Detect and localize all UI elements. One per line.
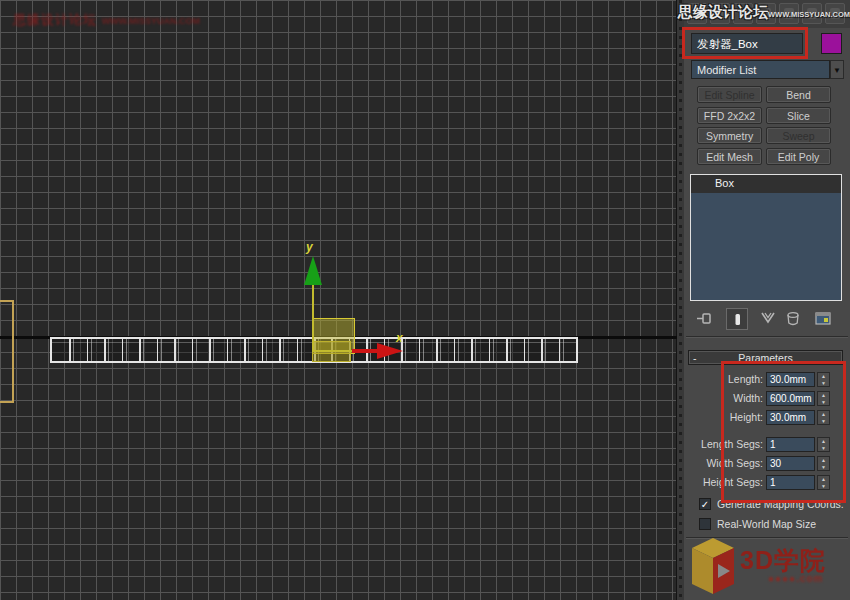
modifier-button-slice[interactable]: Slice	[766, 107, 831, 124]
height-label: Height:	[684, 411, 763, 423]
width-segs-spinner[interactable]: ▲▼	[817, 456, 830, 471]
length-segs-input[interactable]: 1	[766, 437, 815, 452]
toolbar-button[interactable]	[733, 3, 753, 24]
length-input[interactable]: 30.0mm	[766, 372, 815, 387]
emitter-segment-line	[122, 339, 124, 361]
emitter-segment-line	[87, 339, 89, 361]
emitter-segment-line	[506, 339, 508, 361]
real-world-map-checkbox[interactable]	[699, 518, 711, 530]
cube-logo-icon	[686, 534, 740, 596]
emitter-segment-line	[227, 339, 229, 361]
emitter-segment-depth-line	[248, 339, 249, 361]
emitter-segment-line	[192, 339, 194, 361]
command-panel: 思缘设计论坛WWW.MISSYUAN.COM 发射器_Box Modifier …	[684, 0, 850, 600]
emitter-segment-line	[297, 339, 299, 361]
generate-mapping-row: ✓ Generate Mapping Coords.	[699, 498, 849, 512]
logo-subtext: ●●●●.com	[768, 573, 824, 584]
modifier-button-bend[interactable]: Bend	[766, 86, 831, 103]
emitter-segment-line	[279, 339, 281, 361]
toolbar-button[interactable]	[802, 3, 822, 24]
emitter-segment-depth-line	[475, 339, 476, 361]
object-color-swatch[interactable]	[821, 33, 842, 54]
emitter-segment-line	[419, 339, 421, 361]
modifier-button-symmetry[interactable]: Symmetry	[697, 127, 762, 144]
modifier-button-sweep[interactable]: Sweep	[766, 127, 831, 144]
emitter-segment-depth-line	[563, 339, 564, 361]
emitter-segment-line	[209, 339, 211, 361]
height-row: Height: 30.0mm ▲▼	[684, 410, 850, 426]
width-segs-input[interactable]: 30	[766, 456, 815, 471]
length-spinner[interactable]: ▲▼	[817, 372, 830, 387]
stack-toolbar	[684, 306, 850, 332]
perspective-viewport[interactable]: 思缘设计论坛 WWW.MISSYUAN.COM y x	[0, 0, 677, 600]
emitter-segment-line	[244, 339, 246, 361]
width-input[interactable]: 600.0mm	[766, 391, 815, 406]
emitter-segment-depth-line	[440, 339, 441, 361]
show-end-result-icon[interactable]	[726, 308, 748, 330]
watermark-top-left: 思缘设计论坛 WWW.MISSYUAN.COM	[13, 11, 200, 29]
panel-separator	[686, 336, 848, 337]
height-segs-spinner[interactable]: ▲▼	[817, 475, 830, 490]
length-segs-spinner[interactable]: ▲▼	[817, 437, 830, 452]
emitter-segment-depth-line	[73, 339, 74, 361]
height-input[interactable]: 30.0mm	[766, 410, 815, 425]
emitter-segment-line	[489, 339, 491, 361]
gizmo-y-axis-line	[312, 283, 314, 352]
yellow-wireframe-object[interactable]	[0, 300, 14, 403]
pin-stack-icon[interactable]	[694, 308, 716, 330]
toolbar-button[interactable]	[710, 3, 730, 24]
configure-modifier-sets-icon[interactable]	[812, 308, 834, 330]
modifier-stack-list[interactable]: Box	[690, 174, 842, 301]
width-spinner[interactable]: ▲▼	[817, 391, 830, 406]
length-label: Length:	[684, 373, 763, 385]
emitter-segment-line	[471, 339, 473, 361]
emitter-segment-depth-line	[143, 339, 144, 361]
emitter-segment-depth-line	[283, 339, 284, 361]
object-name-field[interactable]: 发射器_Box	[691, 33, 803, 54]
modifier-button-edit-poly[interactable]: Edit Poly	[766, 148, 831, 165]
emitter-segment-depth-line	[301, 339, 302, 361]
stack-item-box[interactable]: Box	[691, 175, 841, 193]
height-segs-row: Height Segs: 1 ▲▼	[684, 475, 850, 491]
emitter-segment-depth-line	[126, 339, 127, 361]
length-segs-row: Length Segs: 1 ▲▼	[684, 437, 850, 453]
emitter-segment-depth-line	[545, 339, 546, 361]
panel-splitter[interactable]	[677, 0, 684, 600]
modifier-list-dropdown[interactable]: Modifier List	[691, 60, 830, 79]
real-world-map-row: Real-World Map Size	[699, 518, 849, 532]
modifier-button-edit-spline[interactable]: Edit Spline	[697, 86, 762, 103]
modifier-button-edit-mesh[interactable]: Edit Mesh	[697, 148, 762, 165]
rollout-collapse-icon[interactable]: -	[693, 351, 697, 365]
gizmo-y-axis-arrow[interactable]	[304, 256, 322, 285]
gizmo-x-axis-arrow[interactable]	[377, 343, 403, 359]
remove-modifier-icon[interactable]	[782, 308, 804, 330]
toolbar-button[interactable]	[779, 3, 799, 24]
emitter-segment-depth-line	[405, 339, 406, 361]
emitter-segment-line	[436, 339, 438, 361]
parameters-rollout-header[interactable]: - Parameters	[688, 350, 843, 365]
toolbar-button[interactable]	[687, 3, 707, 24]
height-segs-label: Height Segs:	[684, 476, 763, 488]
generate-mapping-checkbox[interactable]: ✓	[699, 498, 711, 510]
emitter-segment-depth-line	[266, 339, 267, 361]
emitter-segment-depth-line	[493, 339, 494, 361]
width-label: Width:	[684, 392, 763, 404]
modifier-button-ffd2x2x2[interactable]: FFD 2x2x2	[697, 107, 762, 124]
emitter-segment-depth-line	[108, 339, 109, 361]
panel-toolbar: 思缘设计论坛WWW.MISSYUAN.COM	[684, 0, 850, 28]
emitter-segment-depth-line	[423, 339, 424, 361]
height-spinner[interactable]: ▲▼	[817, 410, 830, 425]
length-segs-label: Length Segs:	[684, 438, 763, 450]
toolbar-button[interactable]	[756, 3, 776, 24]
emitter-segment-line	[262, 339, 264, 361]
chevron-down-icon[interactable]: ▼	[830, 60, 844, 79]
emitter-segment-line	[104, 339, 106, 361]
toolbar-button[interactable]	[825, 3, 845, 24]
x-axis-label: x	[396, 331, 403, 345]
make-unique-icon[interactable]	[757, 308, 779, 330]
panel-separator	[686, 537, 848, 538]
emitter-segment-depth-line	[231, 339, 232, 361]
emitter-segment-depth-line	[458, 339, 459, 361]
height-segs-input[interactable]: 1	[766, 475, 815, 490]
watermark-bottom-logo: 3D学院 ●●●●.com	[684, 540, 850, 600]
